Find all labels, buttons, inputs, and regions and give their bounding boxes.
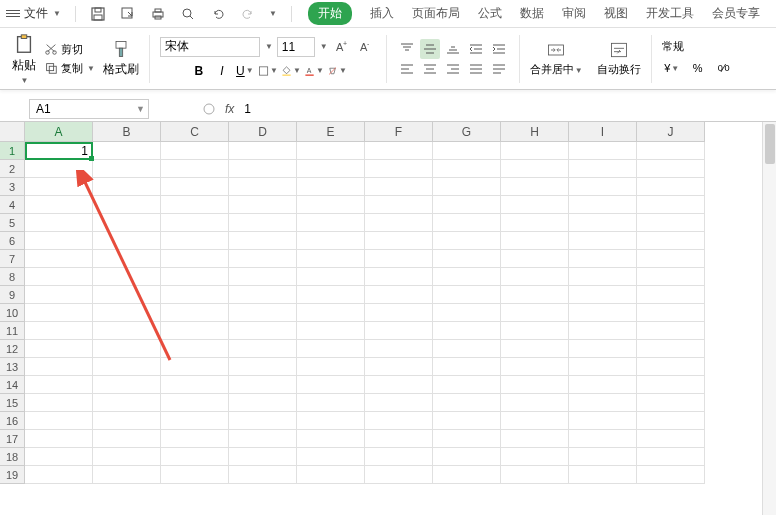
cell-A18[interactable] [25,448,93,466]
cell-B11[interactable] [93,322,161,340]
cell-D5[interactable] [229,214,297,232]
copy-button[interactable]: 复制▼ [44,61,95,76]
cell-I10[interactable] [569,304,637,322]
clear-format-icon[interactable]: ▼ [327,61,347,81]
cell-C8[interactable] [161,268,229,286]
cell-I13[interactable] [569,358,637,376]
cell-E17[interactable] [297,430,365,448]
row-header-17[interactable]: 17 [0,430,25,448]
cell-B17[interactable] [93,430,161,448]
cell-B16[interactable] [93,412,161,430]
align-justify-icon[interactable] [466,59,486,79]
cell-I16[interactable] [569,412,637,430]
cell-I9[interactable] [569,286,637,304]
bold-icon[interactable]: B [189,61,209,81]
column-header-G[interactable]: G [433,122,501,142]
format-painter-button[interactable]: 格式刷 [103,39,139,78]
tab-vip[interactable]: 会员专享 [712,2,760,25]
cell-H8[interactable] [501,268,569,286]
cell-J2[interactable] [637,160,705,178]
cell-A6[interactable] [25,232,93,250]
cell-F12[interactable] [365,340,433,358]
cell-C3[interactable] [161,178,229,196]
cell-C19[interactable] [161,466,229,484]
cell-A7[interactable] [25,250,93,268]
cell-C10[interactable] [161,304,229,322]
cell-F3[interactable] [365,178,433,196]
cell-E13[interactable] [297,358,365,376]
cell-I1[interactable] [569,142,637,160]
row-header-6[interactable]: 6 [0,232,25,250]
align-center-icon[interactable] [420,59,440,79]
cell-A16[interactable] [25,412,93,430]
cell-H6[interactable] [501,232,569,250]
cell-D7[interactable] [229,250,297,268]
select-all-corner[interactable] [0,122,25,142]
cell-D11[interactable] [229,322,297,340]
column-header-H[interactable]: H [501,122,569,142]
fx-icon[interactable]: fx [225,102,234,116]
cell-C11[interactable] [161,322,229,340]
cell-A11[interactable] [25,322,93,340]
cell-E18[interactable] [297,448,365,466]
cell-G8[interactable] [433,268,501,286]
cell-C17[interactable] [161,430,229,448]
cell-G5[interactable] [433,214,501,232]
cell-J4[interactable] [637,196,705,214]
row-header-13[interactable]: 13 [0,358,25,376]
cell-J1[interactable] [637,142,705,160]
cell-H3[interactable] [501,178,569,196]
cell-G3[interactable] [433,178,501,196]
tab-insert[interactable]: 插入 [370,2,394,25]
save-icon[interactable] [88,4,108,24]
cell-E7[interactable] [297,250,365,268]
row-header-18[interactable]: 18 [0,448,25,466]
merge-button[interactable]: 合并居中▼ [530,40,583,77]
row-header-4[interactable]: 4 [0,196,25,214]
cell-A3[interactable] [25,178,93,196]
cell-F9[interactable] [365,286,433,304]
cell-C13[interactable] [161,358,229,376]
comma-icon[interactable]: 0⁄0 [714,58,734,78]
tab-layout[interactable]: 页面布局 [412,2,460,25]
row-header-8[interactable]: 8 [0,268,25,286]
align-distribute-icon[interactable] [489,59,509,79]
row-header-1[interactable]: 1 [0,142,25,160]
cell-J8[interactable] [637,268,705,286]
cell-G19[interactable] [433,466,501,484]
cell-E6[interactable] [297,232,365,250]
cell-C9[interactable] [161,286,229,304]
cell-A1[interactable]: 1 [25,142,93,160]
cell-G7[interactable] [433,250,501,268]
cell-F13[interactable] [365,358,433,376]
cell-B9[interactable] [93,286,161,304]
cell-I5[interactable] [569,214,637,232]
row-header-7[interactable]: 7 [0,250,25,268]
cell-C14[interactable] [161,376,229,394]
cell-E3[interactable] [297,178,365,196]
tab-data[interactable]: 数据 [520,2,544,25]
cell-J6[interactable] [637,232,705,250]
cell-F19[interactable] [365,466,433,484]
cell-C5[interactable] [161,214,229,232]
italic-icon[interactable]: I [212,61,232,81]
cell-D13[interactable] [229,358,297,376]
number-format-select[interactable]: 常规 [662,39,734,54]
decrease-font-icon[interactable]: A- [356,37,376,57]
cell-A2[interactable] [25,160,93,178]
cell-F6[interactable] [365,232,433,250]
cell-G2[interactable] [433,160,501,178]
column-header-E[interactable]: E [297,122,365,142]
column-header-F[interactable]: F [365,122,433,142]
cell-J15[interactable] [637,394,705,412]
cell-C6[interactable] [161,232,229,250]
cell-G18[interactable] [433,448,501,466]
cell-F14[interactable] [365,376,433,394]
cell-C7[interactable] [161,250,229,268]
cell-J19[interactable] [637,466,705,484]
cell-D2[interactable] [229,160,297,178]
cell-H4[interactable] [501,196,569,214]
cell-E14[interactable] [297,376,365,394]
cell-J18[interactable] [637,448,705,466]
tab-view[interactable]: 视图 [604,2,628,25]
